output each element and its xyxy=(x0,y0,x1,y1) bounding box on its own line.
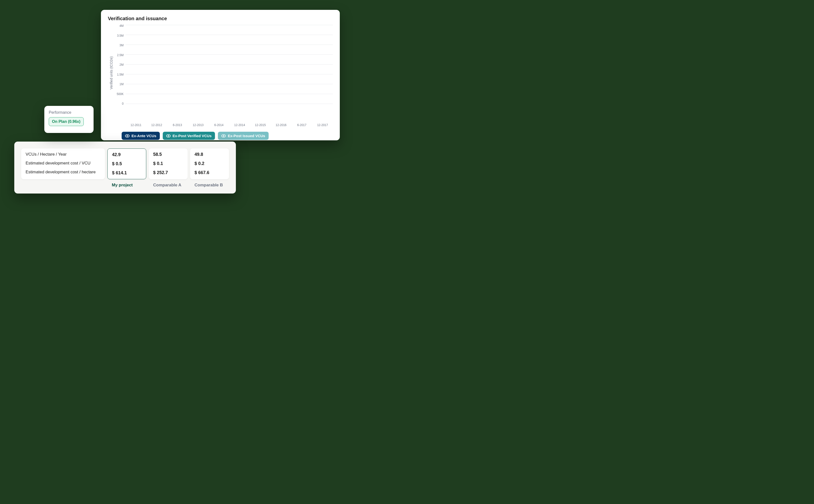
x-label: 6-2014 xyxy=(209,123,229,127)
gridline xyxy=(126,74,333,74)
comparison-cell: $ 667.6 xyxy=(195,170,225,175)
x-label: 12-2014 xyxy=(229,123,250,127)
chart-area: Verified units (tCO2e) 4M3.5M3M2.5M2M1.5… xyxy=(108,25,333,121)
x-label: 12-2016 xyxy=(271,123,291,127)
comparison-grid: VCUs / Hectare / YearEstimated developme… xyxy=(21,148,229,179)
legend-label: Ex-Ante VCUs xyxy=(131,134,156,138)
legend-item[interactable]: Ex-Ante VCUs xyxy=(122,132,160,140)
gridline xyxy=(126,35,333,35)
comparison-column-label[interactable]: My project xyxy=(107,183,146,188)
comparison-cell: $ 614.1 xyxy=(112,170,142,176)
comparison-table-card: VCUs / Hectare / YearEstimated developme… xyxy=(14,142,236,194)
gridline xyxy=(126,94,333,94)
x-label: 6-2017 xyxy=(292,123,312,127)
chart-plot xyxy=(126,25,333,104)
chart-title: Verification and issuance xyxy=(108,16,333,21)
verification-chart-card: Verification and issuance Verified units… xyxy=(101,10,340,140)
x-label: 12-2012 xyxy=(146,123,167,127)
comparison-cell: 42.9 xyxy=(112,152,142,157)
x-label: 12-2017 xyxy=(312,123,333,127)
comparison-row-label: Estimated development cost / VCU xyxy=(26,161,100,166)
gridline xyxy=(126,104,333,104)
gridline xyxy=(126,64,333,65)
performance-label: Performance xyxy=(49,110,89,115)
performance-badge: On Plan (0.96x) xyxy=(49,117,84,126)
comparison-column-comp_a[interactable]: 58.5$ 0.1$ 252.7 xyxy=(149,148,188,179)
legend-label: Ex-Post Issued VCUs xyxy=(228,134,265,138)
performance-card: Performance On Plan (0.96x) xyxy=(44,106,94,133)
comparison-column-label[interactable]: Comparable B xyxy=(190,183,229,188)
x-label: 6-2013 xyxy=(167,123,188,127)
eye-icon xyxy=(166,134,171,137)
comparison-cell: $ 0.1 xyxy=(153,161,183,166)
comparison-column-comp_b[interactable]: 49.8$ 0.2$ 667.6 xyxy=(190,148,229,179)
comparison-cell: 58.5 xyxy=(153,152,183,157)
comparison-row-label: VCUs / Hectare / Year xyxy=(26,152,100,157)
comparison-column-my_project[interactable]: 42.9$ 0.5$ 614.1 xyxy=(107,148,146,179)
comparison-row-labels: VCUs / Hectare / YearEstimated developme… xyxy=(21,148,105,179)
legend-item[interactable]: Ex-Post Issued VCUs xyxy=(218,132,269,140)
x-label: 12-2011 xyxy=(126,123,146,127)
comparison-cell: 49.8 xyxy=(195,152,225,157)
comparison-cell: $ 0.2 xyxy=(195,161,225,166)
x-label: 12-2013 xyxy=(188,123,209,127)
y-axis-ticks: 4M3.5M3M2.5M2M1.5M1M500K0 xyxy=(113,25,124,104)
eye-icon xyxy=(221,134,226,137)
eye-icon xyxy=(125,134,130,137)
legend-item[interactable]: Ex-Post Verified VCUs xyxy=(163,132,215,140)
comparison-column-label[interactable]: Comparable A xyxy=(149,183,188,188)
x-axis-labels: 12-201112-20126-201312-20136-201412-2014… xyxy=(126,123,333,127)
x-label: 12-2015 xyxy=(250,123,271,127)
comparison-row-label: Estimated development cost / hectare xyxy=(26,170,100,175)
comparison-cell: $ 252.7 xyxy=(153,170,183,175)
y-axis-label: Verified units (tCO2e) xyxy=(108,33,113,112)
comparison-cell: $ 0.5 xyxy=(112,161,142,166)
chart-legend: Ex-Ante VCUsEx-Post Verified VCUsEx-Post… xyxy=(122,132,333,140)
gridline xyxy=(126,84,333,84)
comparison-column-labels: My projectComparable AComparable B xyxy=(21,183,229,188)
gridline xyxy=(126,54,333,55)
legend-label: Ex-Post Verified VCUs xyxy=(173,134,212,138)
